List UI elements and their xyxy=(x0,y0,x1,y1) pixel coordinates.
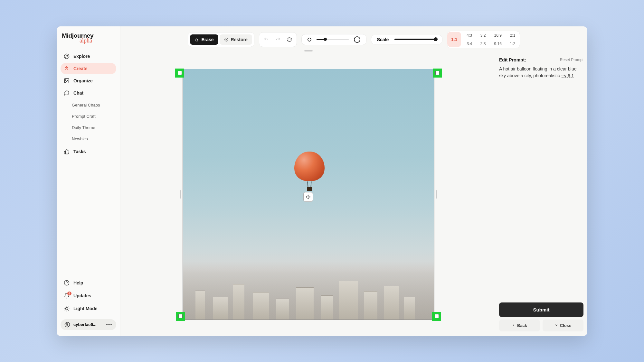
logo-alpha: alpha xyxy=(80,37,116,44)
ratio-2-1[interactable]: 2:1 xyxy=(506,31,520,40)
erase-button[interactable]: Erase xyxy=(190,34,218,45)
chat-room-prompt-craft[interactable]: Prompt Craft xyxy=(72,112,116,121)
ratio-1-2[interactable]: 1:2 xyxy=(506,40,520,48)
action-buttons: Submit Back Close xyxy=(499,302,583,331)
erase-icon xyxy=(194,37,199,42)
help-label: Help xyxy=(73,280,83,285)
reset-button[interactable] xyxy=(284,34,295,45)
balloon-basket xyxy=(307,187,312,191)
erase-restore-group: Erase Restore xyxy=(188,32,254,47)
brush-max-icon xyxy=(354,36,360,43)
submit-button[interactable]: Submit xyxy=(499,302,583,317)
logo: Midjourney alpha xyxy=(61,32,116,44)
sidebar-item-label: Explore xyxy=(73,54,90,59)
thumbs-up-icon xyxy=(64,149,70,154)
user-icon xyxy=(64,322,70,328)
move-control[interactable] xyxy=(303,192,313,202)
close-button[interactable]: Close xyxy=(543,320,583,331)
redo-button[interactable] xyxy=(273,34,283,45)
ratio-2-3[interactable]: 2:3 xyxy=(476,40,490,48)
brush-size-group xyxy=(301,34,366,45)
back-button[interactable]: Back xyxy=(499,320,540,331)
svg-line-9 xyxy=(68,310,69,310)
brush-min-icon xyxy=(308,38,311,42)
ratio-16-9[interactable]: 16:9 xyxy=(490,31,506,40)
prompt-header: Edit Prompt: Reset Prompt xyxy=(499,57,583,62)
image-icon xyxy=(64,78,70,84)
chat-room-daily-theme[interactable]: Daily Theme xyxy=(72,123,116,132)
history-group xyxy=(259,32,297,47)
edge-grip-right[interactable] xyxy=(436,190,437,199)
svg-line-8 xyxy=(65,307,65,307)
light-mode-button[interactable]: Light Mode xyxy=(61,303,116,314)
help-icon xyxy=(64,280,70,286)
ratio-active[interactable]: 1:1 xyxy=(447,32,461,47)
sidebar-item-label: Tasks xyxy=(73,149,86,154)
svg-marker-1 xyxy=(66,55,68,57)
balloon-envelope xyxy=(294,152,325,181)
main: Erase Restore Scale xyxy=(120,26,587,336)
crop-handle-bl[interactable] xyxy=(176,312,185,321)
prompt-text[interactable]: A hot air balloon floating in a clear bl… xyxy=(499,66,583,79)
chat-room-general[interactable]: General Chaos xyxy=(72,101,116,109)
ratio-grid: 4:3 3:2 16:9 2:1 3:4 2:3 9:16 1:2 xyxy=(462,31,519,48)
ratio-4-3[interactable]: 4:3 xyxy=(462,31,476,40)
paint-icon xyxy=(64,66,70,71)
brush-slider-thumb[interactable] xyxy=(324,38,327,41)
svg-line-13 xyxy=(68,307,69,307)
restore-button[interactable]: Restore xyxy=(220,34,252,45)
bell-icon: 6 xyxy=(64,293,70,299)
updates-label: Updates xyxy=(73,293,91,298)
toolbar: Erase Restore Scale xyxy=(120,26,587,53)
prompt-title: Edit Prompt: xyxy=(499,57,526,62)
updates-button[interactable]: 6 Updates xyxy=(61,290,116,301)
reset-prompt-button[interactable]: Reset Prompt xyxy=(560,58,583,62)
right-panel: Edit Prompt: Reset Prompt A hot air ball… xyxy=(497,53,587,336)
canvas-area: Edit Prompt: Reset Prompt A hot air ball… xyxy=(120,53,587,336)
compass-icon xyxy=(64,53,70,59)
crop-handle-tr[interactable] xyxy=(433,69,442,78)
sidebar-item-explore[interactable]: Explore xyxy=(61,51,116,62)
secondary-buttons: Back Close xyxy=(499,320,583,331)
sidebar-item-label: Create xyxy=(73,66,88,71)
edge-grip-left[interactable] xyxy=(180,190,181,199)
sidebar-item-organize[interactable]: Organize xyxy=(61,75,116,87)
sidebar-item-tasks[interactable]: Tasks xyxy=(61,146,116,157)
ratio-9-16[interactable]: 9:16 xyxy=(490,40,506,48)
chat-icon xyxy=(64,90,70,96)
edge-grip-top[interactable] xyxy=(304,50,313,51)
user-menu[interactable]: cyberfae6... ••• xyxy=(61,319,116,330)
image-frame[interactable] xyxy=(183,69,434,320)
svg-point-3 xyxy=(65,79,66,80)
restore-label: Restore xyxy=(231,37,248,42)
close-icon xyxy=(555,324,558,327)
sidebar-item-create[interactable]: Create xyxy=(61,63,116,74)
sun-icon xyxy=(64,306,70,311)
light-mode-label: Light Mode xyxy=(73,306,98,311)
chevron-left-icon xyxy=(512,324,515,327)
svg-point-5 xyxy=(65,307,68,310)
sidebar: Midjourney alpha Explore Create Organize… xyxy=(57,26,120,336)
crop-handle-tl[interactable] xyxy=(175,69,184,78)
app-window: Midjourney alpha Explore Create Organize… xyxy=(57,26,587,336)
scale-slider[interactable] xyxy=(394,39,436,40)
balloon-graphic xyxy=(294,152,325,193)
svg-line-12 xyxy=(65,310,65,310)
back-label: Back xyxy=(517,323,527,328)
brush-slider[interactable] xyxy=(317,39,349,40)
close-label: Close xyxy=(560,323,571,328)
crop-handle-br[interactable] xyxy=(432,312,441,321)
more-icon: ••• xyxy=(106,322,112,328)
undo-button[interactable] xyxy=(261,34,271,45)
sidebar-item-label: Chat xyxy=(73,90,83,96)
chat-room-newbies[interactable]: Newbies xyxy=(72,135,116,143)
username: cyberfae6... xyxy=(73,322,97,327)
ratio-3-4[interactable]: 3:4 xyxy=(462,40,476,48)
scale-slider-thumb[interactable] xyxy=(434,37,438,41)
ratio-3-2[interactable]: 3:2 xyxy=(476,31,490,40)
svg-point-15 xyxy=(67,323,68,325)
svg-point-0 xyxy=(64,54,69,59)
help-button[interactable]: Help xyxy=(61,277,116,288)
sidebar-item-chat[interactable]: Chat xyxy=(61,87,116,99)
city-graphic xyxy=(183,262,434,320)
